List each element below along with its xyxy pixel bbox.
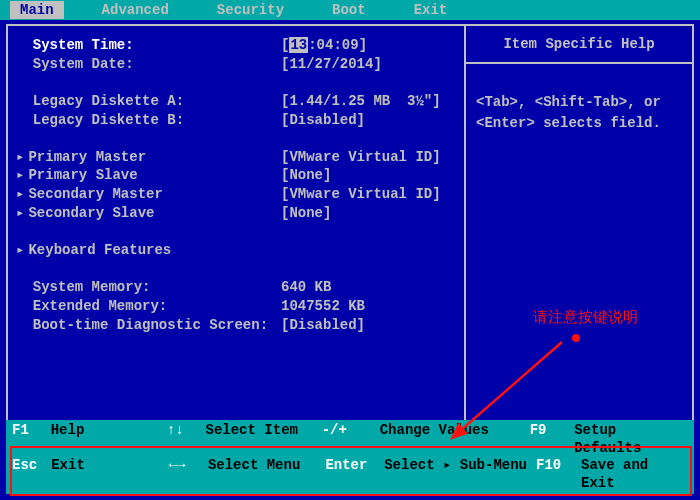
setting-row[interactable]: ▸Secondary Slave[None]	[16, 204, 456, 223]
setting-label: ▸Secondary Master	[16, 185, 281, 204]
key-leftright: ←→	[169, 457, 208, 492]
setting-label: Extended Memory:	[16, 297, 281, 316]
setting-value: [VMware Virtual ID]	[281, 185, 456, 204]
setting-label-text: Extended Memory:	[33, 298, 167, 314]
tab-boot[interactable]: Boot	[322, 1, 376, 19]
key-updown: ↑↓	[167, 422, 206, 457]
help-row-2: Esc Exit ←→ Select Menu Enter Select ▸ S…	[12, 457, 688, 492]
panels: System Time:[13:04:09] System Date:[11/2…	[0, 20, 700, 440]
setting-label-text: Legacy Diskette B:	[33, 112, 184, 128]
setting-label: Legacy Diskette B:	[16, 111, 281, 130]
help-panel: Item Specific Help <Tab>, <Shift-Tab>, o…	[466, 24, 694, 440]
setting-value: [VMware Virtual ID]	[281, 148, 456, 167]
setting-label: System Time:	[16, 36, 281, 55]
setting-label: System Memory:	[16, 278, 281, 297]
setting-label: ▸Secondary Slave	[16, 204, 281, 223]
setting-row[interactable]: ▸Primary Slave[None]	[16, 166, 456, 185]
spacer	[16, 223, 456, 241]
setting-label: ▸Primary Master	[16, 148, 281, 167]
desc-exit: Exit	[51, 457, 169, 492]
tab-security[interactable]: Security	[207, 1, 294, 19]
setting-row[interactable]: Extended Memory:1047552 KB	[16, 297, 456, 316]
desc-save-exit: Save and Exit	[581, 457, 688, 492]
spacer	[16, 74, 456, 92]
submenu-triangle-icon: ▸	[16, 205, 24, 221]
setting-label: Legacy Diskette A:	[16, 92, 281, 111]
setting-value: [Disabled]	[281, 111, 456, 130]
setting-value: [None]	[281, 166, 456, 185]
setting-value: [Disabled]	[281, 316, 456, 335]
setting-value: [11/27/2014]	[281, 55, 456, 74]
submenu-triangle-icon: ▸	[16, 186, 24, 202]
desc-setup-defaults: Setup Defaults	[574, 422, 688, 457]
submenu-triangle-icon: ▸	[16, 149, 24, 165]
setting-label: ▸Keyboard Features	[16, 241, 281, 260]
help-panel-title: Item Specific Help	[466, 26, 692, 64]
setting-row[interactable]: System Memory:640 KB	[16, 278, 456, 297]
setting-label-text: System Date:	[33, 56, 134, 72]
setting-label-text: Secondary Master	[28, 186, 162, 202]
spacer	[16, 260, 456, 278]
setting-label: System Date:	[16, 55, 281, 74]
desc-select-item: Select Item	[206, 422, 322, 457]
key-f10: F10	[536, 457, 581, 492]
key-f1: F1	[12, 422, 51, 457]
desc-change-values: Change Values	[380, 422, 530, 457]
setting-label-text: Primary Master	[28, 149, 146, 165]
settings-panel: System Time:[13:04:09] System Date:[11/2…	[6, 24, 466, 440]
setting-row[interactable]: System Time:[13:04:09]	[16, 36, 456, 55]
setting-label-text: Secondary Slave	[28, 205, 154, 221]
setting-label-text: System Memory:	[33, 279, 151, 295]
submenu-triangle-icon: ▸	[16, 242, 24, 258]
setting-label-text: Legacy Diskette A:	[33, 93, 184, 109]
setting-label-text: Primary Slave	[28, 167, 137, 183]
setting-row[interactable]: ▸Primary Master[VMware Virtual ID]	[16, 148, 456, 167]
setting-row[interactable]: Legacy Diskette B:[Disabled]	[16, 111, 456, 130]
setting-value: [None]	[281, 204, 456, 223]
desc-select-menu: Select Menu	[208, 457, 326, 492]
key-enter: Enter	[325, 457, 384, 492]
submenu-triangle-icon: ▸	[16, 167, 24, 183]
setting-row[interactable]: ▸Secondary Master[VMware Virtual ID]	[16, 185, 456, 204]
setting-value: [1.44/1.25 MB 3½"]	[281, 92, 456, 111]
setting-row[interactable]: ▸Keyboard Features	[16, 241, 456, 260]
setting-value: 640 KB	[281, 278, 456, 297]
key-help-bar: F1 Help ↑↓ Select Item -/+ Change Values…	[6, 420, 694, 494]
setting-label-text: Keyboard Features	[28, 242, 171, 258]
setting-label-text: System Time:	[33, 37, 134, 53]
desc-select-submenu: Select ▸ Sub-Menu	[384, 457, 536, 492]
setting-row[interactable]: System Date:[11/27/2014]	[16, 55, 456, 74]
desc-help: Help	[51, 422, 167, 457]
tab-advanced[interactable]: Advanced	[92, 1, 179, 19]
spacer	[16, 130, 456, 148]
setting-label: ▸Primary Slave	[16, 166, 281, 185]
help-panel-body: <Tab>, <Shift-Tab>, or <Enter> selects f…	[466, 64, 692, 162]
setting-row[interactable]: Boot-time Diagnostic Screen:[Disabled]	[16, 316, 456, 335]
key-esc: Esc	[12, 457, 51, 492]
setting-row[interactable]: Legacy Diskette A:[1.44/1.25 MB 3½"]	[16, 92, 456, 111]
help-row-1: F1 Help ↑↓ Select Item -/+ Change Values…	[12, 422, 688, 457]
key-f9: F9	[530, 422, 575, 457]
setting-label: Boot-time Diagnostic Screen:	[16, 316, 281, 335]
tab-exit[interactable]: Exit	[404, 1, 458, 19]
bios-screen: Main Advanced Security Boot Exit System …	[0, 0, 700, 500]
setting-value: 1047552 KB	[281, 297, 456, 316]
tab-main[interactable]: Main	[10, 1, 64, 19]
key-plusminus: -/+	[322, 422, 380, 457]
setting-value	[281, 241, 456, 260]
setting-label-text: Boot-time Diagnostic Screen:	[33, 317, 268, 333]
menu-bar: Main Advanced Security Boot Exit	[0, 0, 700, 20]
setting-value: [13:04:09]	[281, 36, 456, 55]
selected-field[interactable]: 13	[289, 37, 308, 53]
